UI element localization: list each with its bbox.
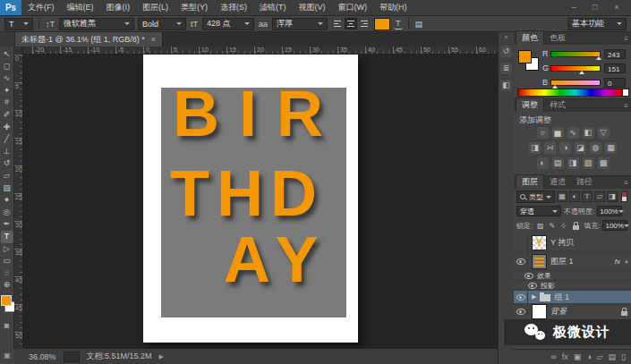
- opacity-field[interactable]: 100%: [597, 206, 622, 216]
- adjustment-icon[interactable]: ▩: [598, 157, 610, 169]
- type-tool[interactable]: T: [1, 231, 13, 243]
- font-style-select[interactable]: Bold: [138, 18, 186, 30]
- fill-field[interactable]: 100%: [602, 220, 627, 231]
- filter-icon[interactable]: ▦: [557, 191, 567, 202]
- visibility-toggle[interactable]: [514, 252, 528, 270]
- tab-channels[interactable]: 通道: [544, 175, 571, 189]
- adjustment-icon[interactable]: ◐: [537, 157, 549, 169]
- color-spectrum-bar[interactable]: [517, 89, 629, 97]
- quick-mask-button[interactable]: ◙: [4, 321, 9, 330]
- panel-menu-icon[interactable]: ≡: [624, 33, 631, 45]
- rectangle-tool[interactable]: ▭: [1, 255, 13, 267]
- eraser-tool[interactable]: ▱: [1, 170, 13, 182]
- filter-icon[interactable]: ◐: [569, 191, 580, 202]
- visibility-toggle[interactable]: [514, 233, 528, 251]
- window-control-button[interactable]: –: [563, 0, 584, 15]
- marquee-tool[interactable]: ◻: [1, 61, 13, 73]
- canvas-viewport[interactable]: BIR THD AY: [23, 55, 498, 349]
- layer-thumbnail[interactable]: [532, 254, 547, 269]
- panel-menu-icon[interactable]: ≡: [624, 100, 631, 112]
- visibility-toggle[interactable]: [514, 304, 528, 319]
- align-left-button[interactable]: [331, 18, 344, 30]
- expand-dock-icon[interactable]: «: [505, 34, 508, 40]
- adjustment-icon[interactable]: ▤: [552, 157, 564, 169]
- tab-adjustments[interactable]: 调整: [516, 97, 544, 112]
- delete-layer-icon[interactable]: ▯: [621, 352, 626, 361]
- adjustment-icon[interactable]: ☼: [537, 127, 549, 139]
- adjustment-icon[interactable]: ◨: [529, 142, 541, 154]
- adjustment-icon[interactable]: ◍: [590, 142, 601, 154]
- document-page[interactable]: BIR THD AY: [143, 55, 358, 343]
- zoom-tool[interactable]: ⊕: [1, 279, 13, 292]
- green-value-field[interactable]: 151: [604, 63, 626, 73]
- fx-badge[interactable]: fx: [615, 258, 620, 266]
- clone-stamp-tool[interactable]: ⊥: [1, 146, 13, 158]
- layer-name[interactable]: 背景: [550, 306, 567, 317]
- scroll-up-arrow[interactable]: ▲: [624, 258, 629, 264]
- layer-name[interactable]: 图层 1: [550, 256, 574, 267]
- lock-option-icon[interactable]: ▨: [535, 221, 545, 231]
- lasso-tool[interactable]: ∿: [1, 72, 13, 85]
- adjustment-icon[interactable]: ◪: [575, 142, 586, 154]
- filter-toggle-switch[interactable]: [621, 191, 627, 202]
- menu-item[interactable]: 图像(I): [100, 0, 137, 15]
- filter-icon[interactable]: ◨: [607, 191, 618, 202]
- group-name[interactable]: 组 1: [554, 292, 569, 303]
- adjustment-icon[interactable]: ▽: [598, 127, 610, 139]
- layer-style-icon[interactable]: fx: [562, 352, 568, 361]
- blue-slider[interactable]: [550, 80, 601, 86]
- info-panel-icon[interactable]: ◧: [500, 80, 512, 91]
- close-tab-icon[interactable]: ×: [151, 35, 156, 44]
- status-options-arrow[interactable]: ▶: [159, 353, 164, 360]
- new-layer-icon[interactable]: ▤: [609, 352, 617, 361]
- menu-item[interactable]: 窗口(W): [332, 0, 374, 15]
- group-row-selected[interactable]: ▶ 组 1: [514, 291, 631, 304]
- slider-thumb[interactable]: [552, 85, 558, 89]
- move-tool[interactable]: ↖: [1, 48, 13, 61]
- vertical-ruler[interactable]: 05101520253035404550: [14, 55, 23, 349]
- text-orientation-button[interactable]: ↕T: [45, 20, 55, 29]
- tab-color[interactable]: 颜色: [516, 30, 544, 45]
- toggle-panels-button[interactable]: ▤: [414, 20, 424, 29]
- lock-all-icon[interactable]: [573, 225, 579, 230]
- new-group-icon[interactable]: ▱: [597, 352, 603, 361]
- tab-paths[interactable]: 路径: [571, 175, 598, 189]
- adjustment-icon[interactable]: ◧: [583, 127, 594, 139]
- menu-item[interactable]: 滤镜(T): [253, 0, 293, 15]
- path-selection-tool[interactable]: ▷: [1, 243, 13, 256]
- adjustment-icon[interactable]: ∺: [544, 142, 556, 154]
- eyedropper-tool[interactable]: ✐: [1, 109, 13, 122]
- history-brush-tool[interactable]: ↺: [1, 157, 13, 170]
- red-value-field[interactable]: 243: [604, 49, 626, 59]
- ruler-corner[interactable]: [14, 47, 23, 55]
- filter-icon[interactable]: T: [582, 191, 593, 202]
- toolbar-collapse-icon[interactable]: [0, 32, 15, 47]
- filter-icon[interactable]: ▱: [594, 191, 605, 202]
- foreground-color-swatch[interactable]: [1, 295, 12, 306]
- text-color-swatch[interactable]: [374, 18, 390, 30]
- eye-icon[interactable]: [528, 283, 537, 289]
- document-tab[interactable]: 未标题-1 @ 36.1% (组 1, RGB/8) * ×: [15, 32, 163, 47]
- adjustment-icon[interactable]: ◑: [559, 142, 571, 154]
- layer-name[interactable]: Y 拷贝: [550, 237, 574, 249]
- hand-tool[interactable]: ☝: [1, 267, 13, 280]
- horizontal-ruler[interactable]: -20-15-10-5051015202530354045505560: [23, 47, 498, 55]
- tool-preset-picker[interactable]: T: [4, 18, 33, 30]
- layer-filter-type-select[interactable]: 类型: [516, 190, 555, 203]
- layer-row-y-copy[interactable]: Y Y 拷贝: [514, 233, 631, 252]
- drop-shadow-label[interactable]: 投影: [541, 281, 555, 291]
- slider-thumb[interactable]: [596, 56, 601, 60]
- anti-alias-select[interactable]: 浑厚: [272, 18, 328, 30]
- warp-text-button[interactable]: T: [394, 19, 403, 30]
- adjustment-icon[interactable]: ◨: [567, 157, 579, 169]
- background-layer-row[interactable]: 背景: [514, 304, 631, 320]
- menu-item[interactable]: 类型(Y): [175, 0, 214, 15]
- align-right-button[interactable]: [358, 18, 371, 30]
- visibility-toggle[interactable]: [514, 291, 528, 303]
- menu-item[interactable]: 选择(S): [214, 0, 253, 15]
- menu-item[interactable]: 文件(F): [21, 0, 61, 15]
- properties-panel-icon[interactable]: ≣: [500, 63, 512, 74]
- lock-option-icon[interactable]: ⊹: [559, 221, 568, 231]
- menu-item[interactable]: 帮助(H): [373, 0, 414, 15]
- brush-tool[interactable]: ╱: [1, 133, 13, 146]
